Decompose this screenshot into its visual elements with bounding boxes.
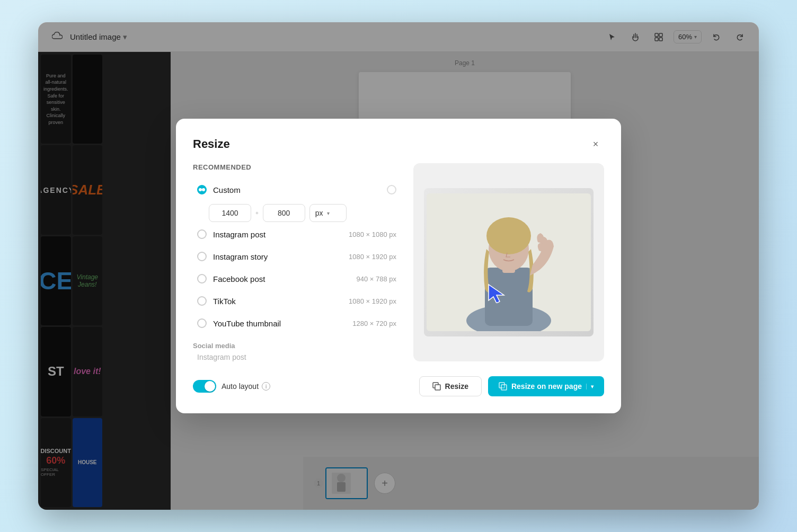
footer-buttons: Resize Resize on new page ▾ (419, 376, 604, 396)
svg-rect-18 (501, 385, 507, 390)
radio-custom-right (387, 185, 396, 194)
preview-image (424, 188, 594, 336)
svg-point-13 (486, 217, 531, 254)
tiktok-label: TikTok (213, 297, 342, 306)
app-container: Untitled image ▾ (38, 22, 759, 510)
radio-youtube (197, 318, 207, 328)
custom-dimension-inputs: ◦ px ▾ (209, 204, 401, 222)
radio-instagram-post (197, 229, 207, 239)
modal-overlay: Resize × Recommended Custom (38, 22, 759, 510)
size-options-list: Custom ◦ px ▾ (193, 180, 401, 333)
auto-layout-toggle[interactable] (193, 380, 216, 393)
auto-layout-control: Auto layout i (193, 380, 270, 393)
height-input[interactable] (263, 204, 305, 222)
option-youtube[interactable]: YouTube thumbnail 1280 × 720 px (193, 313, 401, 333)
resize-new-dropdown-icon[interactable]: ▾ (586, 384, 594, 389)
auto-layout-label: Auto layout i (222, 382, 270, 391)
instagram-post-label: Instagram post (213, 230, 342, 239)
resize-icon (432, 382, 441, 391)
unit-select[interactable]: px ▾ (309, 204, 347, 222)
preview-panel (413, 163, 604, 361)
modal-header: Resize × (193, 136, 604, 153)
instagram-post-dims: 1080 × 1080 px (349, 230, 396, 238)
modal-title: Resize (193, 137, 230, 151)
instagram-story-label: Instagram story (213, 252, 342, 261)
radio-instagram-story (197, 252, 207, 261)
modal-body: Recommended Custom (193, 163, 604, 361)
modal-left-panel: Recommended Custom (193, 163, 401, 361)
resize-new-page-btn[interactable]: Resize on new page ▾ (488, 376, 604, 396)
tiktok-dims: 1080 × 1920 px (349, 297, 396, 305)
radio-facebook-post (197, 274, 207, 283)
youtube-label: YouTube thumbnail (213, 319, 346, 328)
radio-tiktok (197, 296, 207, 306)
recommended-section-label: Recommended (193, 163, 401, 171)
option-instagram-post[interactable]: Instagram post 1080 × 1080 px (193, 224, 401, 244)
modal-footer: Auto layout i Resize (193, 372, 604, 396)
toggle-knob (205, 381, 215, 392)
auto-layout-text: Auto layout (222, 382, 259, 391)
auto-layout-info-icon[interactable]: i (262, 382, 270, 391)
option-instagram-story[interactable]: Instagram story 1080 × 1920 px (193, 246, 401, 267)
custom-label: Custom (213, 185, 380, 194)
resize-new-icon (499, 382, 507, 391)
preview-svg (427, 193, 591, 331)
svg-rect-16 (435, 385, 440, 390)
instagram-story-dims: 1080 × 1920 px (349, 253, 396, 261)
width-input[interactable] (209, 204, 251, 222)
unit-dropdown-icon: ▾ (327, 210, 330, 216)
option-facebook-post[interactable]: Facebook post 940 × 788 px (193, 269, 401, 289)
modal-close-btn[interactable]: × (587, 136, 604, 153)
social-media-section: Social media Instagram post (193, 342, 401, 361)
resize-btn[interactable]: Resize (419, 376, 482, 396)
facebook-post-dims: 940 × 788 px (356, 275, 396, 283)
social-section-label: Social media (193, 342, 401, 350)
svg-rect-10 (485, 268, 533, 326)
unit-value: px (315, 209, 323, 217)
resize-modal: Resize × Recommended Custom (176, 119, 621, 413)
facebook-post-label: Facebook post (213, 274, 350, 283)
dimension-separator: ◦ (255, 208, 259, 218)
option-tiktok[interactable]: TikTok 1080 × 1920 px (193, 291, 401, 311)
social-sub-label: Instagram post (193, 353, 401, 361)
option-custom[interactable]: Custom (193, 180, 401, 200)
radio-custom (197, 185, 207, 194)
youtube-dims: 1280 × 720 px (352, 320, 396, 327)
